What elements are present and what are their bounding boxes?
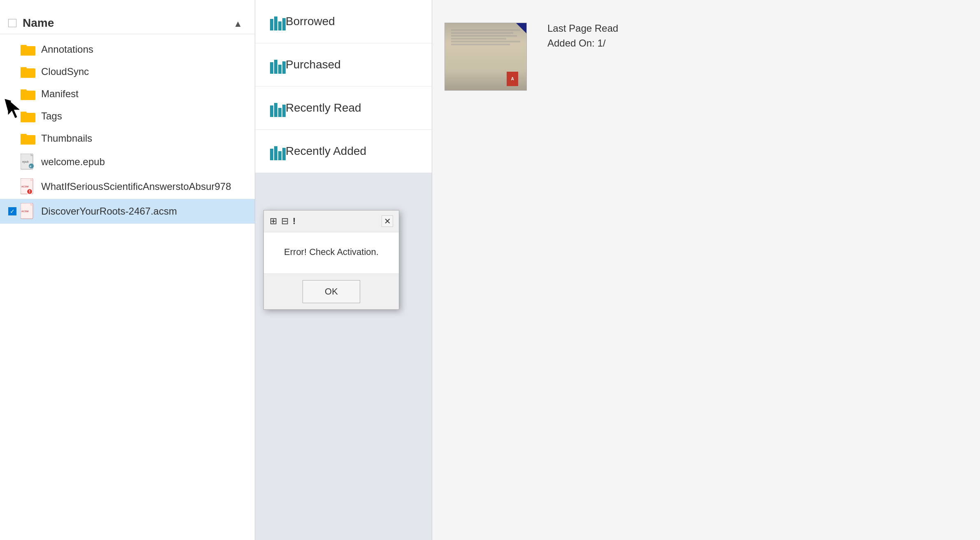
svg-rect-36 <box>274 146 277 160</box>
list-item[interactable]: epub e welcome.epub <box>0 150 255 174</box>
dialog-title-icons: ⊞ ⊟ ! <box>270 216 296 227</box>
book-info: Last Page Read Added On: 1/ <box>547 23 980 52</box>
list-item[interactable]: ✓ ACSM DiscoverYourRoots-2467.acsm <box>0 199 255 224</box>
svg-rect-26 <box>282 18 286 30</box>
svg-text:e: e <box>30 164 32 168</box>
folder-icon <box>21 110 35 122</box>
file-item-name: welcome.epub <box>41 156 105 168</box>
folder-icon <box>21 43 35 56</box>
file-item-name: DiscoverYourRoots-2467.acsm <box>41 206 177 217</box>
acsm-file-icon: ACSM <box>21 204 35 219</box>
svg-text:ACSM: ACSM <box>21 210 28 213</box>
svg-rect-1 <box>21 45 27 47</box>
svg-rect-34 <box>282 105 286 117</box>
svg-rect-6 <box>21 113 35 122</box>
epub-file-icon: epub e <box>21 154 35 169</box>
folder-icon <box>21 65 35 78</box>
svg-rect-4 <box>21 91 35 100</box>
acsm-file-icon: ACSM ! <box>21 179 35 194</box>
list-item[interactable]: Thumbnails <box>0 127 255 150</box>
dialog-body: Error! Check Activation. <box>264 232 399 274</box>
name-column-header: Name <box>23 16 54 30</box>
dialog-close-button[interactable]: ✕ <box>382 215 393 227</box>
purchased-icon <box>268 56 286 74</box>
last-page-read-info: Last Page Read <box>547 23 980 34</box>
dialog-ok-button[interactable]: OK <box>303 280 360 303</box>
recently-added-icon <box>268 142 286 160</box>
svg-rect-38 <box>282 148 286 160</box>
svg-rect-7 <box>21 112 27 114</box>
svg-rect-23 <box>270 19 273 30</box>
select-all-checkbox[interactable] <box>8 19 16 27</box>
svg-rect-30 <box>282 61 286 74</box>
svg-text:epub: epub <box>22 160 29 164</box>
category-borrowed-label: Borrowed <box>286 15 335 28</box>
dialog-message: Error! Check Activation. <box>276 247 386 257</box>
folder-icon <box>21 132 35 145</box>
file-item-name: CloudSync <box>41 66 89 77</box>
file-list-header: Name ▲ <box>0 0 255 34</box>
svg-rect-25 <box>278 21 282 30</box>
category-recently-read-label: Recently Read <box>286 101 361 115</box>
error-dialog: ⊞ ⊟ ! ✕ Error! Check Activation. OK <box>263 210 399 310</box>
list-item[interactable]: ACSM ! WhatIfSeriousScientificAnswerstoA… <box>0 174 255 199</box>
book-spine: A <box>507 72 518 86</box>
book-corner-mark <box>516 23 526 33</box>
list-item[interactable]: Tags <box>0 105 255 127</box>
file-item-name: WhatIfSeriousScientificAnswerstoAbsur978 <box>41 181 231 192</box>
dialog-icon-1: ⊞ <box>270 216 277 227</box>
svg-rect-33 <box>278 108 282 117</box>
category-recently-read[interactable]: Recently Read <box>255 86 432 130</box>
recently-read-icon <box>268 99 286 117</box>
category-borrowed[interactable]: Borrowed <box>255 0 432 43</box>
dialog-footer: OK <box>264 274 399 309</box>
file-items-list: Annotations CloudSync Manifest Tags <box>0 34 255 228</box>
svg-rect-2 <box>21 68 35 78</box>
file-item-name: Annotations <box>41 44 93 55</box>
svg-text:ACSM: ACSM <box>21 185 28 188</box>
category-recently-added[interactable]: Recently Added <box>255 130 432 173</box>
svg-rect-35 <box>270 149 273 160</box>
right-panel: A Last Page Read Added On: 1/ <box>432 0 980 540</box>
svg-rect-31 <box>270 105 273 117</box>
book-thumbnail: A <box>445 23 527 91</box>
list-item[interactable]: Manifest <box>0 83 255 105</box>
added-on-info: Added On: 1/ <box>547 37 980 49</box>
svg-rect-9 <box>21 134 27 136</box>
book-preview: A <box>445 23 535 93</box>
svg-rect-0 <box>21 46 35 56</box>
dialog-titlebar: ⊞ ⊟ ! ✕ <box>264 210 399 232</box>
svg-rect-32 <box>274 103 277 117</box>
category-purchased-label: Purchased <box>286 58 341 71</box>
list-item-checkbox[interactable]: ✓ <box>8 207 16 215</box>
svg-rect-5 <box>21 89 27 92</box>
svg-rect-3 <box>21 67 27 70</box>
borrowed-icon <box>268 12 286 30</box>
svg-rect-37 <box>278 151 282 160</box>
file-item-name: Manifest <box>41 88 79 100</box>
svg-rect-29 <box>278 65 282 74</box>
svg-rect-27 <box>270 62 273 74</box>
list-item[interactable]: Annotations <box>0 38 255 61</box>
svg-rect-24 <box>274 16 277 30</box>
dialog-icon-2: ⊟ <box>281 216 289 227</box>
dialog-icon-exclamation: ! <box>293 216 296 227</box>
svg-rect-8 <box>21 135 35 145</box>
category-purchased[interactable]: Purchased <box>255 43 432 86</box>
file-explorer-panel: Name ▲ Annotations CloudSync Mani <box>0 0 255 540</box>
category-recently-added-label: Recently Added <box>286 145 366 158</box>
file-item-name: Thumbnails <box>41 133 92 144</box>
svg-rect-28 <box>274 60 277 74</box>
file-item-name: Tags <box>41 110 62 122</box>
list-item[interactable]: CloudSync <box>0 61 255 83</box>
sort-arrow-icon[interactable]: ▲ <box>233 19 242 29</box>
folder-icon <box>21 88 35 100</box>
